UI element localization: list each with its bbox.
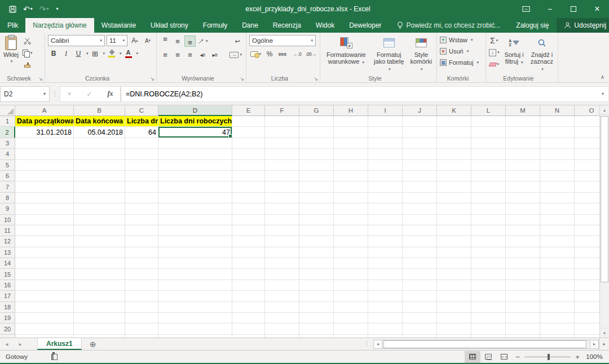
redo-dropdown-icon[interactable]: ▾ [46,7,48,11]
cell-I6[interactable] [368,171,403,181]
column-header-O[interactable]: O [575,105,599,116]
cell-A4[interactable] [15,149,74,159]
cell-F6[interactable] [265,171,299,181]
column-header-N[interactable]: N [540,105,575,116]
cell-I7[interactable] [368,181,403,192]
cell-I20[interactable] [368,323,403,334]
format-painter-button[interactable] [21,59,34,70]
cell-M1[interactable] [506,116,540,127]
cell-G18[interactable] [299,302,334,313]
paste-button[interactable]: Wklej ▾ [2,34,20,66]
new-sheet-icon[interactable]: ⊕ [82,338,104,350]
cell-J4[interactable] [403,149,437,159]
cell-F3[interactable] [265,138,299,149]
ribbon-display-options-icon[interactable] [514,0,538,18]
cell-I4[interactable] [368,149,403,159]
cell-N2[interactable] [540,127,575,137]
cell-H9[interactable] [334,203,368,214]
cell-J12[interactable] [403,236,437,247]
cell-M12[interactable] [506,236,540,247]
cell-F12[interactable] [265,236,299,247]
cell-O7[interactable] [575,181,599,192]
row-header-6[interactable]: 6 [0,171,15,181]
cell-H19[interactable] [334,313,368,323]
tab-uklad-strony[interactable]: Układ strony [143,18,196,33]
cell-A17[interactable] [15,291,74,301]
cell-E1[interactable] [232,116,265,127]
cell-L16[interactable] [471,280,506,291]
font-size-combobox[interactable]: 11▾ [107,35,127,46]
zoom-level[interactable]: 100% [583,353,609,360]
row-header-19[interactable]: 19 [0,313,15,323]
cell-C9[interactable] [125,203,158,214]
cell-F16[interactable] [265,280,299,291]
cell-H14[interactable] [334,258,368,269]
row-header-1[interactable]: 1 [0,116,15,127]
cell-K13[interactable] [437,247,471,258]
cell-K4[interactable] [437,149,471,159]
cell-G4[interactable] [299,149,334,159]
cell-L15[interactable] [471,269,506,279]
cell-E18[interactable] [232,302,265,313]
find-select-button[interactable]: Znajdź i zaznacz ▾ [528,34,556,74]
cell-E16[interactable] [232,280,265,291]
share-button[interactable]: Udostępnij [557,18,609,33]
cell-D4[interactable] [158,149,232,159]
cell-E9[interactable] [232,203,265,214]
cell-G8[interactable] [299,193,334,203]
cell-G3[interactable] [299,138,334,149]
sort-filter-button[interactable]: AZ Sortuj i filtruj ▾ [501,34,528,74]
borders-button[interactable]: ⊞ [90,48,101,59]
cell-E5[interactable] [232,160,265,171]
font-dialog-launcher-icon[interactable]: ↘ [150,77,155,82]
cell-C5[interactable] [125,160,158,171]
cell-M3[interactable] [506,138,540,149]
column-header-H[interactable]: H [334,105,368,116]
column-header-K[interactable]: K [437,105,471,116]
cell-G21[interactable] [299,335,334,338]
align-center-button[interactable]: ≡ [172,49,183,60]
cell-B2[interactable]: 05.04.2018 [74,127,125,137]
increase-decimal-button[interactable]: ←.0 [292,48,303,60]
cell-B18[interactable] [74,302,125,313]
decrease-indent-button[interactable]: ◂≡ [197,49,208,60]
cell-A20[interactable] [15,323,74,334]
cell-M10[interactable] [506,215,540,225]
cell-M13[interactable] [506,247,540,258]
cell-O15[interactable] [575,269,599,279]
fill-color-dropdown-icon[interactable]: ▾ [120,51,122,56]
redo-button[interactable]: ↷▾ [39,5,49,13]
cell-D16[interactable] [158,280,232,291]
cell-L3[interactable] [471,138,506,149]
cell-D14[interactable] [158,258,232,269]
scroll-left-icon[interactable]: ◂ [373,340,382,349]
cell-H20[interactable] [334,323,368,334]
align-middle-button[interactable]: ≡ [172,35,183,47]
cell-B20[interactable] [74,323,125,334]
borders-dropdown-icon[interactable]: ▾ [103,51,105,56]
cell-F18[interactable] [265,302,299,313]
row-header-13[interactable]: 13 [0,247,15,258]
cell-G10[interactable] [299,215,334,225]
comma-style-button[interactable]: 000 [277,48,288,60]
cell-G1[interactable] [299,116,334,127]
cell-A12[interactable] [15,236,74,247]
cell-E12[interactable] [232,236,265,247]
cancel-entry-button[interactable]: × [67,90,71,98]
cell-L7[interactable] [471,181,506,192]
close-button[interactable]: × [585,0,609,18]
cell-F14[interactable] [265,258,299,269]
cell-L2[interactable] [471,127,506,137]
cell-E11[interactable] [232,225,265,236]
cell-B8[interactable] [74,193,125,203]
cell-J20[interactable] [403,323,437,334]
cell-M15[interactable] [506,269,540,279]
row-header-14[interactable]: 14 [0,258,15,269]
horizontal-scrollbar[interactable]: ◂ ▸ [373,338,599,350]
cell-L9[interactable] [471,203,506,214]
cell-A8[interactable] [15,193,74,203]
scroll-up-icon[interactable]: ▴ [600,105,609,115]
cell-H3[interactable] [334,138,368,149]
cell-F20[interactable] [265,323,299,334]
undo-dropdown-icon[interactable]: ▾ [30,7,33,11]
